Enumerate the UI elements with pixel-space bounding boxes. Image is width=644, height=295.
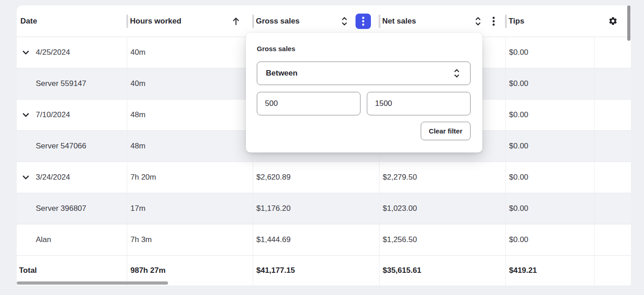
column-header-date[interactable]: Date xyxy=(17,5,127,37)
tips-cell: $0.00 xyxy=(506,37,595,68)
gross-sales-cell: $2,620.89 xyxy=(253,162,380,193)
column-label-net-sales: Net sales xyxy=(382,17,416,26)
column-header-gross-sales[interactable]: Gross sales xyxy=(253,5,380,37)
row-expand-toggle[interactable] xyxy=(23,51,29,55)
kebab-icon xyxy=(362,16,365,26)
total-net-sales-value: $35,615.61 xyxy=(383,266,421,275)
filter-range-inputs xyxy=(257,92,471,115)
column-label-hours-worked: Hours worked xyxy=(130,17,181,26)
table-row: Alan 7h 3m $1,444.69 $1,256.50 $0.00 xyxy=(17,224,631,256)
filter-popup-title: Gross sales xyxy=(257,45,471,52)
hours-worked-cell: 48m xyxy=(127,131,253,162)
gross-sales-filter-popup: Gross sales Between Clear filter xyxy=(246,33,482,152)
sort-chevrons-icon[interactable] xyxy=(341,16,348,27)
actions-cell xyxy=(595,100,631,130)
hours-worked-cell: 7h 20m xyxy=(127,162,253,193)
row-expand-toggle[interactable] xyxy=(23,113,29,117)
date-label: Server 547066 xyxy=(36,142,87,151)
chevron-down-icon xyxy=(23,113,29,117)
actions-cell xyxy=(595,162,631,193)
date-label: 7/10/2024 xyxy=(36,110,70,119)
total-gross-sales-value: $41,177.15 xyxy=(256,266,295,275)
date-cell: Server 547066 xyxy=(17,131,127,162)
date-label: 3/24/2024 xyxy=(36,173,70,182)
column-header-tips[interactable]: Tips xyxy=(506,5,595,37)
tips-cell: $0.00 xyxy=(506,193,595,224)
table-row: 3/24/2024 7h 20m $2,620.89 $2,279.50 $0.… xyxy=(17,162,631,193)
tips-cell: $0.00 xyxy=(506,68,595,99)
tips-value: $0.00 xyxy=(509,142,529,151)
tips-value: $0.00 xyxy=(509,204,529,213)
total-tips-cell: $419.21 xyxy=(506,256,595,285)
actions-cell xyxy=(595,131,631,162)
gross-sales-value: $1,176.20 xyxy=(256,204,291,213)
total-label: Total xyxy=(19,266,37,275)
sort-ascending-icon[interactable] xyxy=(232,16,240,26)
hours-worked-value: 48m xyxy=(130,110,145,119)
hours-worked-value: 48m xyxy=(130,142,145,151)
tips-cell: $0.00 xyxy=(506,131,595,162)
tips-value: $0.00 xyxy=(509,48,529,57)
hours-worked-cell: 17m xyxy=(127,193,253,224)
actions-cell xyxy=(595,37,631,68)
date-label: Alan xyxy=(36,235,51,244)
column-label-date: Date xyxy=(20,17,37,26)
report-table-card: Date Hours worked Gross sales Net sales xyxy=(17,5,631,285)
date-label: 4/25/2024 xyxy=(36,48,70,57)
tips-cell: $0.00 xyxy=(506,162,595,193)
actions-cell xyxy=(595,193,631,224)
total-net-sales-cell: $35,615.61 xyxy=(380,256,506,285)
actions-cell xyxy=(595,68,631,99)
filter-popup-footer: Clear filter xyxy=(257,122,471,140)
filter-condition-select[interactable]: Between xyxy=(257,62,471,85)
filter-min-input[interactable] xyxy=(257,92,360,115)
net-sales-menu-button[interactable] xyxy=(492,16,495,26)
tips-value: $0.00 xyxy=(509,110,529,119)
total-tips-value: $419.21 xyxy=(509,266,537,275)
gross-sales-value: $2,620.89 xyxy=(256,173,291,182)
tips-cell: $0.00 xyxy=(506,224,595,255)
total-gross-sales-cell: $41,177.15 xyxy=(253,256,380,285)
chevron-down-icon xyxy=(23,51,29,55)
tips-value: $0.00 xyxy=(509,173,529,182)
hours-worked-cell: 40m xyxy=(127,37,253,68)
date-cell: Alan xyxy=(17,224,127,255)
gross-sales-value: $1,444.69 xyxy=(256,235,291,244)
column-resize-handle[interactable] xyxy=(126,14,128,28)
vertical-scrollbar-thumb[interactable] xyxy=(627,5,630,41)
column-resize-handle[interactable] xyxy=(505,14,507,28)
hours-worked-value: 17m xyxy=(130,204,145,213)
date-cell: Server 396807 xyxy=(17,193,127,224)
sort-chevrons-icon[interactable] xyxy=(475,16,481,27)
tips-value: $0.00 xyxy=(509,235,529,244)
filter-condition-value: Between xyxy=(266,69,298,78)
hours-worked-value: 7h 3m xyxy=(130,235,152,244)
column-label-tips: Tips xyxy=(509,17,524,26)
column-header-hours-worked[interactable]: Hours worked xyxy=(127,5,253,37)
gear-icon xyxy=(608,16,618,26)
gross-sales-cell: $1,444.69 xyxy=(253,224,380,255)
gross-sales-menu-button[interactable] xyxy=(356,14,371,29)
column-header-net-sales[interactable]: Net sales xyxy=(380,5,506,37)
row-expand-toggle[interactable] xyxy=(23,176,29,180)
date-label: Server 396807 xyxy=(36,204,87,213)
net-sales-value: $1,023.00 xyxy=(383,204,417,213)
column-resize-handle[interactable] xyxy=(252,14,254,28)
gross-sales-cell: $1,176.20 xyxy=(253,193,380,224)
tips-value: $0.00 xyxy=(509,79,529,88)
filter-max-input[interactable] xyxy=(367,92,471,115)
kebab-icon xyxy=(492,16,495,26)
hours-worked-value: 7h 20m xyxy=(130,173,156,182)
date-cell: 4/25/2024 xyxy=(17,37,127,68)
total-actions-cell xyxy=(595,256,631,285)
table-row: Server 396807 17m $1,176.20 $1,023.00 $0… xyxy=(17,193,631,224)
net-sales-value: $1,256.50 xyxy=(383,235,417,244)
horizontal-scrollbar-thumb[interactable] xyxy=(17,281,168,285)
table-header-row: Date Hours worked Gross sales Net sales xyxy=(17,5,631,37)
net-sales-cell: $2,279.50 xyxy=(380,162,506,193)
clear-filter-button[interactable]: Clear filter xyxy=(421,122,471,140)
date-cell: 7/10/2024 xyxy=(17,100,127,130)
date-cell: Server 559147 xyxy=(17,68,127,99)
table-settings-button[interactable] xyxy=(595,5,631,37)
column-resize-handle[interactable] xyxy=(379,14,380,28)
